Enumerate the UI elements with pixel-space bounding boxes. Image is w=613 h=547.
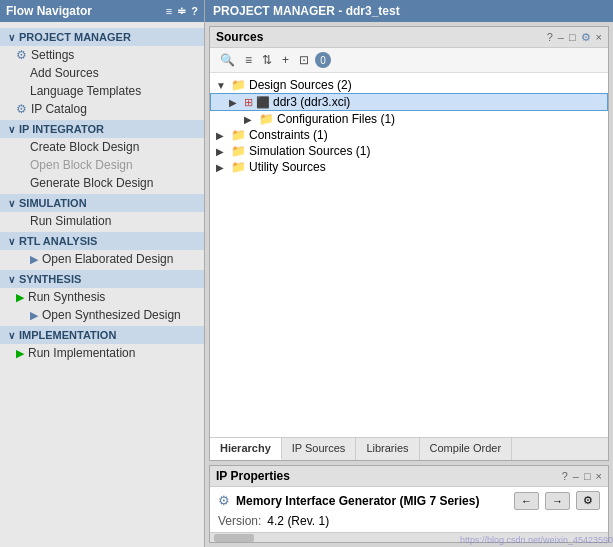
ip-prop-scrollbar[interactable] bbox=[210, 532, 608, 542]
simulation-sources-label: Simulation Sources (1) bbox=[249, 144, 370, 158]
ip-prop-restore-icon[interactable]: □ bbox=[584, 470, 591, 482]
ip-prop-help-icon[interactable]: ? bbox=[562, 470, 568, 482]
nav-section-simulation[interactable]: ∨ SIMULATION bbox=[0, 194, 204, 212]
flow-nav-title: Flow Navigator bbox=[6, 4, 92, 18]
ip-prop-title: IP Properties bbox=[216, 469, 290, 483]
ddr3-xci-icon: ⊞ bbox=[244, 96, 253, 109]
nav-section-synthesis[interactable]: ∨ SYNTHESIS bbox=[0, 270, 204, 288]
tree-item-simulation-sources[interactable]: ▶ 📁 Simulation Sources (1) bbox=[210, 143, 608, 159]
sources-help-icon[interactable]: ? bbox=[547, 31, 553, 43]
nav-label-generate-block: Generate Block Design bbox=[30, 176, 153, 190]
section-toggle-synthesis: ∨ bbox=[8, 274, 15, 285]
flow-nav-body: ∨ PROJECT MANAGER ⚙ Settings Add Sources… bbox=[0, 22, 204, 547]
tab-ip-sources[interactable]: IP Sources bbox=[282, 438, 357, 460]
ddr3-toggle[interactable]: ▶ bbox=[229, 97, 241, 108]
nav-item-ip-catalog[interactable]: ⚙ IP Catalog bbox=[0, 100, 204, 118]
sources-settings-icon[interactable]: ⚙ bbox=[581, 31, 591, 44]
ip-nav-forward-button[interactable]: → bbox=[545, 492, 570, 510]
tab-libraries[interactable]: Libraries bbox=[356, 438, 419, 460]
tree-item-constraints[interactable]: ▶ 📁 Constraints (1) bbox=[210, 127, 608, 143]
tab-hierarchy[interactable]: Hierarchy bbox=[210, 438, 282, 460]
section-toggle-impl: ∨ bbox=[8, 330, 15, 341]
nav-label-language-templates: Language Templates bbox=[30, 84, 141, 98]
project-manager-header: PROJECT MANAGER - ddr3_test bbox=[205, 0, 613, 22]
run-synthesis-icon: ▶ bbox=[16, 291, 24, 304]
nav-label-run-implementation: Run Implementation bbox=[28, 346, 135, 360]
config-files-label: Configuration Files (1) bbox=[277, 112, 395, 126]
nav-label-run-synthesis: Run Synthesis bbox=[28, 290, 105, 304]
flow-nav-header-icons: ≡ ≑ ? bbox=[166, 5, 198, 18]
sources-panel: Sources ? – □ ⚙ × 🔍 ≡ ⇅ + ⊡ 0 bbox=[209, 26, 609, 461]
nav-icon-2[interactable]: ≑ bbox=[177, 5, 186, 18]
ip-version-label: Version: bbox=[218, 514, 261, 528]
nav-section-project-manager[interactable]: ∨ PROJECT MANAGER bbox=[0, 28, 204, 46]
tree-item-ddr3[interactable]: ▶ ⊞ ⬛ ddr3 (ddr3.xci) bbox=[210, 93, 608, 111]
nav-item-settings[interactable]: ⚙ Settings bbox=[0, 46, 204, 64]
collapse-button[interactable]: ≡ bbox=[241, 51, 256, 69]
ip-version-value: 4.2 (Rev. 1) bbox=[267, 514, 329, 528]
nav-item-language-templates[interactable]: Language Templates bbox=[0, 82, 204, 100]
simulation-sources-folder-icon: 📁 bbox=[231, 144, 246, 158]
section-toggle-rtl: ∨ bbox=[8, 236, 15, 247]
project-manager-title: PROJECT MANAGER - ddr3_test bbox=[213, 4, 400, 18]
nav-label-add-sources: Add Sources bbox=[30, 66, 99, 80]
section-label-synthesis: SYNTHESIS bbox=[19, 273, 81, 285]
nav-icon-3[interactable]: ? bbox=[191, 5, 198, 18]
nav-section-implementation[interactable]: ∨ IMPLEMENTATION bbox=[0, 326, 204, 344]
constraints-label: Constraints (1) bbox=[249, 128, 328, 142]
design-sources-folder-icon: 📁 bbox=[231, 78, 246, 92]
nav-label-open-elaborated: Open Elaborated Design bbox=[42, 252, 173, 266]
sources-header: Sources ? – □ ⚙ × bbox=[210, 27, 608, 48]
sources-close-icon[interactable]: × bbox=[596, 31, 602, 43]
constraints-toggle[interactable]: ▶ bbox=[216, 130, 228, 141]
nav-item-generate-block[interactable]: Generate Block Design bbox=[0, 174, 204, 192]
sources-minimize-icon[interactable]: – bbox=[558, 31, 564, 43]
nav-item-run-simulation[interactable]: Run Simulation bbox=[0, 212, 204, 230]
add-button[interactable]: + bbox=[278, 51, 293, 69]
section-label-sim: SIMULATION bbox=[19, 197, 87, 209]
design-sources-toggle[interactable]: ▼ bbox=[216, 80, 228, 91]
tab-compile-order[interactable]: Compile Order bbox=[420, 438, 513, 460]
nav-icon-1[interactable]: ≡ bbox=[166, 5, 172, 18]
tree-item-config-files[interactable]: ▶ 📁 Configuration Files (1) bbox=[210, 111, 608, 127]
nav-item-create-block[interactable]: Create Block Design bbox=[0, 138, 204, 156]
ddr3-ip-icon: ⬛ bbox=[256, 96, 270, 109]
ip-version-row: Version: 4.2 (Rev. 1) bbox=[218, 514, 600, 528]
ip-name-row: ⚙ Memory Interface Generator (MIG 7 Seri… bbox=[218, 491, 600, 510]
nav-item-open-synthesized[interactable]: ▶ Open Synthesized Design bbox=[0, 306, 204, 324]
nav-label-create-block: Create Block Design bbox=[30, 140, 139, 154]
section-toggle-sim: ∨ bbox=[8, 198, 15, 209]
ip-prop-close-icon[interactable]: × bbox=[596, 470, 602, 482]
nav-item-open-elaborated[interactable]: ▶ Open Elaborated Design bbox=[0, 250, 204, 268]
design-sources-label: Design Sources (2) bbox=[249, 78, 352, 92]
tree-item-design-sources[interactable]: ▼ 📁 Design Sources (2) bbox=[210, 77, 608, 93]
utility-sources-toggle[interactable]: ▶ bbox=[216, 162, 228, 173]
file-button[interactable]: ⊡ bbox=[295, 51, 313, 69]
expand-button[interactable]: ⇅ bbox=[258, 51, 276, 69]
nav-section-rtl[interactable]: ∨ RTL ANALYSIS bbox=[0, 232, 204, 250]
config-files-toggle[interactable]: ▶ bbox=[244, 114, 256, 125]
nav-item-add-sources[interactable]: Add Sources bbox=[0, 64, 204, 82]
config-files-folder-icon: 📁 bbox=[259, 112, 274, 126]
run-impl-icon: ▶ bbox=[16, 347, 24, 360]
sources-restore-icon[interactable]: □ bbox=[569, 31, 576, 43]
sources-tabs: Hierarchy IP Sources Libraries Compile O… bbox=[210, 437, 608, 460]
tree-item-utility-sources[interactable]: ▶ 📁 Utility Sources bbox=[210, 159, 608, 175]
sources-header-icons: ? – □ ⚙ × bbox=[547, 31, 602, 44]
search-button[interactable]: 🔍 bbox=[216, 51, 239, 69]
ip-prop-minimize-icon[interactable]: – bbox=[573, 470, 579, 482]
ip-nav-back-button[interactable]: ← bbox=[514, 492, 539, 510]
nav-item-run-synthesis[interactable]: ▶ Run Synthesis bbox=[0, 288, 204, 306]
elaborated-arrow-icon: ▶ bbox=[30, 253, 38, 266]
nav-label-run-simulation: Run Simulation bbox=[30, 214, 111, 228]
simulation-sources-toggle[interactable]: ▶ bbox=[216, 146, 228, 157]
nav-item-open-block[interactable]: Open Block Design bbox=[0, 156, 204, 174]
utility-sources-folder-icon: 📁 bbox=[231, 160, 246, 174]
ip-nav-settings-button[interactable]: ⚙ bbox=[576, 491, 600, 510]
sources-toolbar: 🔍 ≡ ⇅ + ⊡ 0 bbox=[210, 48, 608, 73]
nav-section-ip-integrator[interactable]: ∨ IP INTEGRATOR bbox=[0, 120, 204, 138]
utility-sources-label: Utility Sources bbox=[249, 160, 326, 174]
section-label-pm: PROJECT MANAGER bbox=[19, 31, 131, 43]
nav-item-run-implementation[interactable]: ▶ Run Implementation bbox=[0, 344, 204, 362]
section-label-ip: IP INTEGRATOR bbox=[19, 123, 104, 135]
